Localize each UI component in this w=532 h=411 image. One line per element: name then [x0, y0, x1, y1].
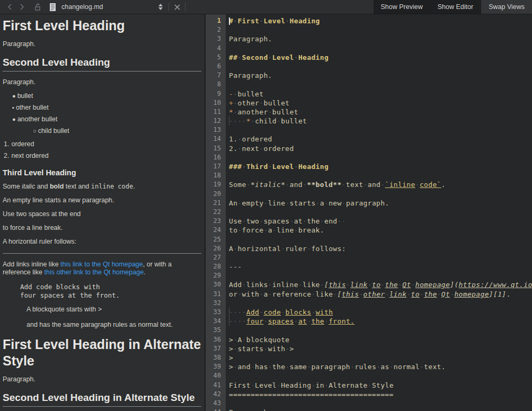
code-line[interactable]: 1.·ordered — [229, 135, 532, 144]
code-line[interactable] — [229, 126, 532, 135]
list-item: ○child bullet — [3, 127, 201, 135]
whitespace-dot: · — [311, 290, 315, 299]
file-icon — [47, 1, 58, 13]
code-line[interactable]: First·Level·Heading·in·Alternate·Style — [229, 381, 532, 390]
line-number: 18 — [206, 171, 226, 180]
code-line[interactable]: ····four·spaces·at·the·front. — [229, 317, 532, 326]
whitespace-dot: · — [263, 317, 268, 326]
code-line[interactable] — [229, 208, 532, 217]
code-line[interactable] — [229, 371, 532, 380]
code-line[interactable]: *·another·bullet — [229, 108, 532, 117]
code-line[interactable] — [229, 271, 532, 280]
document-title[interactable]: changelog.md — [61, 3, 155, 11]
code-line[interactable]: >·and·has·the·same·paragraph·rules·as·no… — [229, 362, 532, 371]
whitespace-dot: · — [385, 290, 389, 299]
code-line[interactable]: > — [229, 353, 532, 362]
code-line[interactable]: A·horizontal·ruler·follows: — [229, 244, 532, 253]
line-number: 32 — [206, 299, 226, 308]
line-number: 19 — [206, 180, 226, 189]
code-line[interactable]: -·bullet — [229, 90, 532, 99]
code-line[interactable] — [229, 62, 532, 71]
code-line[interactable]: --- — [229, 262, 532, 271]
whitespace-dot: · — [346, 280, 350, 289]
whitespace-dot: · — [350, 362, 354, 371]
code-segment: 2.·next·ordered — [229, 145, 294, 153]
code-line[interactable]: >·A·blockquote — [229, 335, 532, 344]
code-line[interactable]: >·starts·with·> — [229, 344, 532, 353]
code-line[interactable]: ====================================== — [229, 390, 532, 399]
preview-bullet-list: ●bullet▪other bullet●another bullet○chil… — [3, 92, 201, 135]
code-line[interactable]: to·force·a·line·break. — [229, 226, 532, 235]
code-segment: ·and· — [285, 181, 307, 189]
code-line[interactable]: #·First·Level·Heading — [229, 16, 532, 25]
code-line[interactable]: or·with·a·reference·like·[this·other·lin… — [229, 290, 532, 299]
line-number: 23 — [206, 217, 226, 226]
whitespace-dot: · — [389, 362, 394, 371]
whitespace-dot: · — [272, 226, 277, 235]
code-line[interactable]: Add·links·inline·like·[this·link·to·the·… — [229, 280, 532, 289]
whitespace-dot: · — [320, 280, 324, 289]
back-icon[interactable] — [4, 1, 16, 13]
code-area[interactable]: #·First·Level·HeadingParagraph.##·Second… — [226, 14, 532, 411]
code-line[interactable] — [229, 153, 532, 162]
whitespace-dot: · — [259, 290, 263, 299]
whitespace-dot: · — [303, 180, 307, 189]
code-line[interactable] — [229, 326, 532, 335]
code-line[interactable] — [229, 25, 532, 34]
split-updown-icon[interactable] — [155, 1, 166, 13]
whitespace-dot: · — [233, 308, 237, 317]
swap-views-button[interactable]: Swap Views — [481, 0, 532, 14]
code-line[interactable] — [229, 399, 532, 408]
code-segment: four·spaces·at·the·front. — [246, 317, 354, 325]
toolbar-separator — [185, 3, 185, 11]
preview-paragraph: Paragraph. — [3, 376, 201, 383]
show-editor-button[interactable]: Show Editor — [430, 0, 481, 14]
text-cursor — [229, 17, 230, 25]
code-line[interactable]: ###·Third·Level·Heading — [229, 162, 532, 171]
code-line[interactable] — [229, 253, 532, 262]
code-line[interactable]: Some·*italic*·and·**bold**·text·and·`inl… — [229, 180, 532, 189]
whitespace-dot: · — [237, 317, 242, 326]
code-line[interactable]: An·empty·line·starts·a·new·paragraph. — [229, 199, 532, 208]
show-preview-button[interactable]: Show Preview — [374, 0, 430, 14]
preview-code-block: Add code blocks withfour spaces at the f… — [20, 283, 201, 299]
code-line[interactable]: ····Add·code·blocks·with — [229, 308, 532, 317]
whitespace-dot: · — [242, 162, 246, 171]
code-line[interactable]: 2.·next·ordered — [229, 144, 532, 153]
preview-link[interactable]: this other link to the Qt homepage — [45, 269, 144, 276]
code-segment: https://www.qt.io — [459, 281, 532, 289]
code-line[interactable]: Paragraph. — [229, 71, 532, 80]
list-item: ▪other bullet — [3, 104, 201, 112]
line-number: 15 — [206, 144, 226, 153]
code-line[interactable] — [229, 80, 532, 89]
whitespace-dot: · — [246, 180, 251, 189]
close-icon[interactable] — [171, 1, 183, 13]
code-line[interactable] — [229, 44, 532, 53]
markdown-editor-pane[interactable]: 1234567891011121314151617181920212223242… — [205, 14, 532, 411]
code-line[interactable]: Paragraph. — [229, 408, 532, 411]
line-number: 35 — [206, 326, 226, 335]
code-segment: >·starts·with·> — [229, 345, 294, 353]
code-segment: Paragraph. — [229, 408, 272, 411]
code-line[interactable]: ##·Second·Level·Heading — [229, 53, 532, 62]
code-line[interactable]: ····*·child·bullet — [229, 117, 532, 126]
code-line[interactable] — [229, 235, 532, 244]
line-number: 16 — [206, 153, 226, 162]
code-line[interactable] — [229, 299, 532, 308]
preview-paragraph: Use two spaces at the end — [3, 210, 201, 218]
code-line[interactable]: +·other·bullet — [229, 99, 532, 108]
whitespace-dot: · — [324, 199, 329, 208]
code-segment: Some· — [229, 181, 251, 189]
code-line[interactable]: Paragraph. — [229, 34, 532, 43]
whitespace-dot: · — [268, 280, 272, 289]
code-line[interactable] — [229, 171, 532, 180]
unlock-icon[interactable] — [32, 1, 43, 13]
forward-icon[interactable] — [16, 1, 28, 13]
whitespace-dot: · — [237, 135, 242, 144]
code-line[interactable]: Use·two·spaces·at·the·end·· — [229, 217, 532, 226]
preview-link[interactable]: this link to the Qt homepage — [60, 261, 143, 268]
list-item-text: bullet — [17, 92, 33, 100]
whitespace-dot: · — [450, 290, 454, 299]
whitespace-dot: · — [311, 381, 315, 390]
code-line[interactable] — [229, 190, 532, 199]
